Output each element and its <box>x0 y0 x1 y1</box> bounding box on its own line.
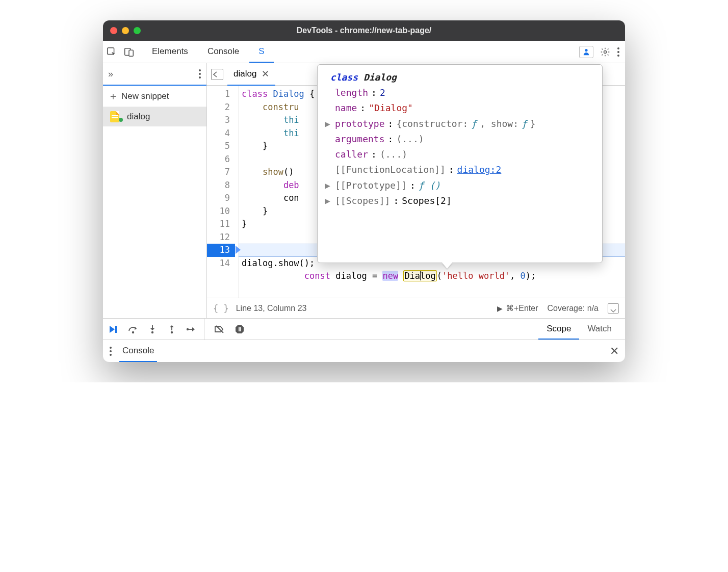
svg-point-15 <box>187 328 189 330</box>
step-icon[interactable] <box>186 326 197 333</box>
coverage-label: Coverage: n/a <box>547 304 599 313</box>
devtools-window: DevTools - chrome://new-tab-page/ Elemen… <box>103 20 625 362</box>
toggle-navigator-icon[interactable] <box>211 69 223 80</box>
function-location-link[interactable]: dialog:2 <box>457 162 502 177</box>
svg-point-7 <box>617 55 619 57</box>
step-out-icon[interactable] <box>166 325 177 334</box>
maximize-window-button[interactable] <box>134 27 141 34</box>
close-drawer-icon[interactable]: ✕ <box>610 345 619 358</box>
status-dot-icon <box>119 118 123 122</box>
line-gutter: 1234 5678 9101112 1314 <box>207 86 239 298</box>
editor-tab-label: dialog <box>233 69 256 79</box>
traffic-lights <box>110 27 141 34</box>
new-snippet-label: New snippet <box>121 91 169 101</box>
svg-rect-17 <box>240 327 241 331</box>
window-title: DevTools - chrome://new-tab-page/ <box>103 26 625 35</box>
pretty-print-icon[interactable]: { } <box>213 303 229 314</box>
cursor-position: Line 13, Column 23 <box>236 304 307 313</box>
svg-rect-11 <box>115 326 117 333</box>
deactivate-breakpoints-icon[interactable] <box>214 325 225 334</box>
device-toggle-icon[interactable] <box>120 43 138 61</box>
expand-sidebar-icon[interactable]: » <box>108 69 113 80</box>
svg-point-10 <box>199 76 201 79</box>
hover-token[interactable]: Dialog <box>403 270 436 281</box>
expand-icon[interactable]: ▶ <box>325 193 332 209</box>
titlebar: DevTools - chrome://new-tab-page/ <box>103 20 625 41</box>
svg-rect-16 <box>239 327 240 331</box>
console-drawer: Console ✕ <box>103 340 625 362</box>
close-tab-icon[interactable]: ✕ <box>262 68 269 80</box>
more-icon[interactable] <box>617 47 620 57</box>
svg-point-20 <box>110 354 112 356</box>
tab-elements[interactable]: Elements <box>143 41 197 63</box>
snippet-file-item[interactable]: dialog <box>103 107 206 126</box>
tab-console[interactable]: Console <box>198 41 248 63</box>
svg-point-6 <box>617 51 619 53</box>
sidebar-more-icon[interactable] <box>198 69 201 79</box>
badge[interactable] <box>579 46 593 58</box>
svg-point-4 <box>604 50 607 53</box>
object-preview-tooltip: class Dialog length: 2 name: "Dialog" ▶p… <box>317 64 603 263</box>
drawer-more-icon[interactable] <box>109 346 112 356</box>
close-window-button[interactable] <box>110 27 117 34</box>
svg-point-3 <box>585 48 587 51</box>
svg-point-13 <box>151 331 153 333</box>
execution-pointer-icon <box>236 246 241 254</box>
svg-point-14 <box>171 331 173 333</box>
drawer-tab-console[interactable]: Console <box>119 340 157 362</box>
snippet-file-icon <box>110 111 119 122</box>
debug-tab-watch[interactable]: Watch <box>579 319 620 340</box>
svg-point-12 <box>132 331 134 333</box>
tab-sources[interactable]: S <box>249 41 273 63</box>
coverage-toggle-icon[interactable] <box>608 303 619 314</box>
step-into-icon[interactable] <box>147 325 158 334</box>
minimize-window-button[interactable] <box>122 27 129 34</box>
debugger-toolbar: Scope Watch <box>103 318 625 340</box>
new-snippet-button[interactable]: ＋ New snippet <box>103 86 206 107</box>
svg-rect-0 <box>108 47 114 54</box>
svg-rect-1 <box>125 48 131 55</box>
svg-point-19 <box>110 350 112 352</box>
play-icon: ▶ <box>497 304 503 313</box>
snippet-file-label: dialog <box>127 112 150 122</box>
svg-point-5 <box>617 47 619 49</box>
run-hint[interactable]: ▶ ⌘+Enter <box>497 303 538 313</box>
settings-icon[interactable] <box>596 43 614 61</box>
panel-tabs: Elements Console S <box>103 41 625 63</box>
expand-icon[interactable]: ▶ <box>325 116 332 132</box>
editor-tab-dialog[interactable]: dialog ✕ <box>227 63 275 86</box>
pause-on-exceptions-icon[interactable] <box>234 325 245 334</box>
editor-status-bar: { } Line 13, Column 23 ▶ ⌘+Enter Coverag… <box>207 298 625 318</box>
svg-rect-2 <box>129 50 133 56</box>
resume-icon[interactable] <box>108 325 119 334</box>
expand-icon[interactable]: ▶ <box>325 178 332 193</box>
inspect-element-icon[interactable] <box>103 43 120 61</box>
step-over-icon[interactable] <box>127 325 139 334</box>
debug-tab-scope[interactable]: Scope <box>538 319 579 340</box>
svg-point-9 <box>199 73 201 75</box>
plus-icon: ＋ <box>108 89 118 103</box>
snippets-sidebar: » ＋ New snippet dialog <box>103 63 207 318</box>
svg-point-18 <box>110 347 112 349</box>
tooltip-header: class Dialog <box>325 70 595 85</box>
panel-tab-list: Elements Console S <box>143 41 274 63</box>
svg-point-8 <box>199 69 201 71</box>
